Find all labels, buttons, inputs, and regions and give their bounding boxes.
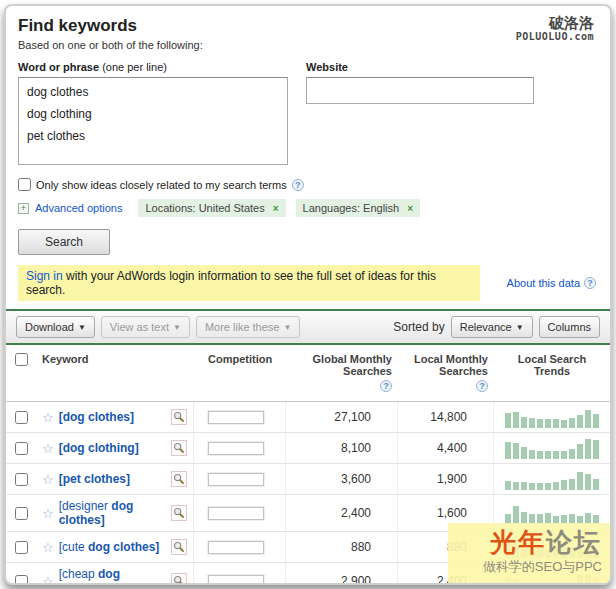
local-monthly-searches: 4,400 (398, 433, 494, 463)
row-checkbox[interactable] (15, 507, 28, 520)
global-monthly-searches: 8,100 (286, 433, 398, 463)
filter-tags: Locations: United States×Languages: Engl… (128, 199, 420, 217)
filter-tag-label: Languages: English (303, 202, 400, 214)
competition-bar (208, 473, 264, 486)
magnifier-icon[interactable] (171, 505, 187, 521)
magnifier-icon[interactable] (171, 409, 187, 425)
watermark-domain: POLUOLUO.com (516, 31, 594, 43)
advanced-options-link[interactable]: Advanced options (35, 202, 122, 214)
global-monthly-searches: 27,100 (286, 402, 398, 432)
keyword-link[interactable]: [dog clothes] (59, 410, 134, 424)
search-form: Word or phrase (one per line) dog clothe… (18, 61, 598, 169)
download-button[interactable]: Download▼ (16, 316, 95, 338)
expand-plus-icon[interactable]: + (18, 203, 29, 214)
row-checkbox[interactable] (15, 575, 28, 586)
watermark-forum-tagline: 做科学的SEO与PPC (454, 558, 602, 576)
row-checkbox[interactable] (15, 442, 28, 455)
competition-bar (208, 507, 264, 520)
local-monthly-searches: 1,900 (398, 464, 494, 494)
remove-tag-icon[interactable]: × (407, 203, 413, 214)
magnifier-icon[interactable] (171, 440, 187, 456)
watermark-chinese: 破洛洛 (516, 14, 594, 31)
website-label: Website (306, 61, 348, 73)
table-row: ☆[dog clothing]8,1004,400 (6, 433, 610, 464)
page-subtitle: Based on one or both of the following: (18, 39, 598, 51)
competition-bar (208, 575, 264, 586)
sort-select[interactable]: Relevance▼ (451, 316, 533, 338)
view-as-text-button[interactable]: View as text▼ (101, 316, 190, 338)
results-toolbar: Download▼ View as text▼ More like these▼… (6, 309, 610, 345)
col-header-global[interactable]: Global Monthly Searches (292, 353, 392, 377)
watermark-forum-name-red: 光年 (490, 527, 546, 557)
help-icon[interactable]: ? (292, 179, 304, 191)
magnifier-icon[interactable] (171, 471, 187, 487)
select-all-checkbox[interactable] (15, 353, 28, 366)
star-icon[interactable]: ☆ (42, 411, 54, 424)
forum-watermark-bottom: 光年论坛 做科学的SEO与PPC (448, 523, 610, 583)
star-icon[interactable]: ☆ (42, 507, 54, 520)
about-this-data-link[interactable]: About this data (507, 277, 580, 289)
keyword-link[interactable]: [cute dog clothes] (59, 540, 160, 554)
word-phrase-label: Word or phrase (one per line) (18, 61, 296, 73)
help-icon[interactable]: ? (584, 277, 596, 289)
star-icon[interactable]: ☆ (42, 442, 54, 455)
filter-tag: Locations: United States× (138, 199, 285, 217)
signin-text: with your AdWords login information to s… (26, 269, 436, 297)
search-button[interactable]: Search (18, 229, 110, 255)
filter-tag-label: Locations: United States (145, 202, 264, 214)
keyword-link[interactable]: [cheap dog clothes] (59, 567, 166, 585)
related-terms-checkbox[interactable] (18, 178, 31, 191)
website-input[interactable] (306, 77, 534, 104)
competition-bar (208, 541, 264, 554)
local-search-trends-chart (505, 502, 599, 524)
local-search-trends-chart (505, 437, 599, 459)
star-icon[interactable]: ☆ (42, 473, 54, 486)
columns-button[interactable]: Columns (539, 316, 600, 338)
local-search-trends-chart (505, 468, 599, 490)
signin-link[interactable]: Sign in (26, 269, 63, 283)
star-icon[interactable]: ☆ (42, 541, 54, 554)
watermark-forum-name-gray: 论坛 (546, 527, 602, 557)
row-checkbox[interactable] (15, 541, 28, 554)
row-checkbox[interactable] (15, 473, 28, 486)
keyword-link[interactable]: [dog clothing] (59, 441, 139, 455)
word-phrase-input[interactable]: dog clothes dog clothing pet clothes (18, 77, 288, 165)
site-watermark-top: 破洛洛 POLUOLUO.com (516, 14, 594, 43)
help-icon[interactable]: ? (380, 380, 392, 392)
global-monthly-searches: 2,400 (286, 495, 398, 531)
help-icon[interactable]: ? (476, 380, 488, 392)
related-terms-label: Only show ideas closely related to my se… (36, 179, 287, 191)
competition-bar (208, 442, 264, 455)
magnifier-icon[interactable] (171, 573, 187, 585)
col-header-local[interactable]: Local Monthly Searches (404, 353, 488, 377)
chevron-down-icon: ▼ (173, 323, 181, 332)
remove-tag-icon[interactable]: × (273, 203, 279, 214)
word-phrase-label-note: (one per line) (99, 61, 167, 73)
local-monthly-searches: 14,800 (398, 402, 494, 432)
chevron-down-icon: ▼ (516, 323, 524, 332)
keyword-tool-window: 破洛洛 POLUOLUO.com Find keywords Based on … (4, 4, 612, 585)
row-checkbox[interactable] (15, 411, 28, 424)
star-icon[interactable]: ☆ (42, 575, 54, 586)
global-monthly-searches: 880 (286, 532, 398, 562)
filter-tag: Languages: English× (296, 199, 420, 217)
table-row: ☆[pet clothes]3,6001,900 (6, 464, 610, 495)
local-search-trends-chart (505, 406, 599, 428)
col-header-trends: Local Search Trends (494, 345, 610, 386)
col-header-competition[interactable]: Competition (194, 345, 286, 374)
page-title: Find keywords (18, 16, 598, 36)
keyword-link[interactable]: [pet clothes] (59, 472, 130, 486)
global-monthly-searches: 2,900 (286, 563, 398, 585)
competition-bar (208, 411, 264, 424)
table-header-row: Keyword Competition Global Monthly Searc… (6, 345, 610, 402)
sorted-by-label: Sorted by (393, 320, 444, 334)
magnifier-icon[interactable] (171, 539, 187, 555)
keyword-link[interactable]: [designer dog clothes] (59, 499, 166, 527)
col-header-keyword[interactable]: Keyword (36, 345, 194, 374)
table-row: ☆[dog clothes]27,10014,800 (6, 402, 610, 433)
signin-banner: Sign in with your AdWords login informat… (18, 265, 480, 301)
global-monthly-searches: 3,600 (286, 464, 398, 494)
chevron-down-icon: ▼ (283, 323, 291, 332)
more-like-these-button[interactable]: More like these▼ (196, 316, 301, 338)
word-phrase-label-bold: Word or phrase (18, 61, 99, 73)
